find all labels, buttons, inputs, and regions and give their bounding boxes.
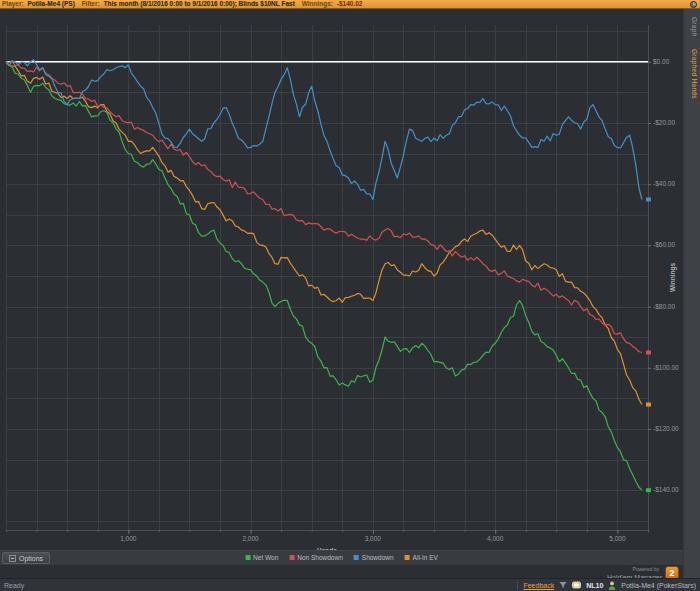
legend-item[interactable]: Showdown (354, 554, 394, 561)
graph-footer: Options Net WonNon ShowdownShowdownAll-I… (0, 550, 683, 565)
collapse-icon (9, 555, 16, 562)
svg-text:Winnings: Winnings (669, 263, 677, 293)
chart-legend: Net WonNon ShowdownShowdownAll-In EV (245, 554, 438, 561)
filter-icon[interactable] (559, 581, 567, 589)
divider (517, 581, 518, 590)
legend-swatch (405, 555, 410, 560)
app-badge-icon[interactable] (690, 1, 697, 8)
legend-swatch (289, 555, 294, 560)
svg-text:-$100.00: -$100.00 (653, 364, 679, 371)
powered-by-text: Powered by (630, 565, 662, 573)
legend-swatch (245, 555, 250, 560)
svg-text:1,000: 1,000 (120, 535, 137, 542)
legend-item[interactable]: Net Won (245, 554, 278, 561)
svg-text:5,000: 5,000 (609, 535, 626, 542)
svg-text:-$60.00: -$60.00 (653, 241, 675, 248)
right-tab-strip: Graph Graphed Hands (683, 9, 700, 578)
svg-text:-$140.00: -$140.00 (653, 486, 679, 493)
player-value: Potila-Me4 (PS) (28, 0, 75, 7)
winnings-graph[interactable]: 1,0002,0003,0004,0005,000$0.00-$20.00-$4… (0, 9, 683, 556)
svg-text:4,000: 4,000 (487, 535, 504, 542)
status-right-group: Feedback NL10 Potila-Me4 (PokerStars) (517, 581, 696, 590)
tab-graph[interactable]: Graph (686, 13, 698, 41)
winnings-value: -$140.02 (337, 0, 363, 7)
svg-text:-$120.00: -$120.00 (653, 425, 679, 432)
status-text: Ready (4, 582, 24, 589)
svg-text:-$20.00: -$20.00 (653, 119, 675, 126)
player-name: Potila-Me4 (PokerStars) (621, 582, 696, 589)
legend-label: Net Won (253, 554, 278, 561)
filter-label: Filter: (82, 0, 100, 7)
legend-swatch (354, 555, 359, 560)
svg-text:$0.00: $0.00 (653, 58, 670, 65)
svg-text:2,000: 2,000 (242, 535, 259, 542)
stakes-label: NL10 (586, 582, 603, 589)
graph-panel: 1,0002,0003,0004,0005,000$0.00-$20.00-$4… (0, 9, 700, 578)
svg-text:3,000: 3,000 (365, 535, 382, 542)
filter-value: This month (8/1/2016 0:00 to 9/1/2016 0:… (104, 0, 295, 7)
app-window: Player: Potila-Me4 (PS) Filter: This mon… (0, 0, 700, 591)
status-bar: Ready Feedback NL10 Potila-Me4 (PokerSta… (0, 578, 700, 591)
player-avatar-icon (608, 581, 616, 590)
options-label: Options (19, 555, 43, 562)
svg-text:-$40.00: -$40.00 (653, 180, 675, 187)
options-button[interactable]: Options (2, 552, 50, 564)
legend-item[interactable]: Non Showdown (289, 554, 343, 561)
legend-item[interactable]: All-In EV (405, 554, 438, 561)
player-label: Player: (2, 0, 24, 7)
legend-label: Non Showdown (297, 554, 343, 561)
stakes-table-icon (572, 581, 581, 589)
filter-bar: Player: Potila-Me4 (PS) Filter: This mon… (0, 0, 700, 9)
tab-graphed-hands[interactable]: Graphed Hands (686, 45, 698, 103)
winnings-label: Winnings: (302, 0, 333, 7)
svg-text:-$80.00: -$80.00 (653, 303, 675, 310)
legend-label: Showdown (362, 554, 394, 561)
legend-label: All-In EV (413, 554, 438, 561)
feedback-link[interactable]: Feedback (523, 582, 554, 589)
